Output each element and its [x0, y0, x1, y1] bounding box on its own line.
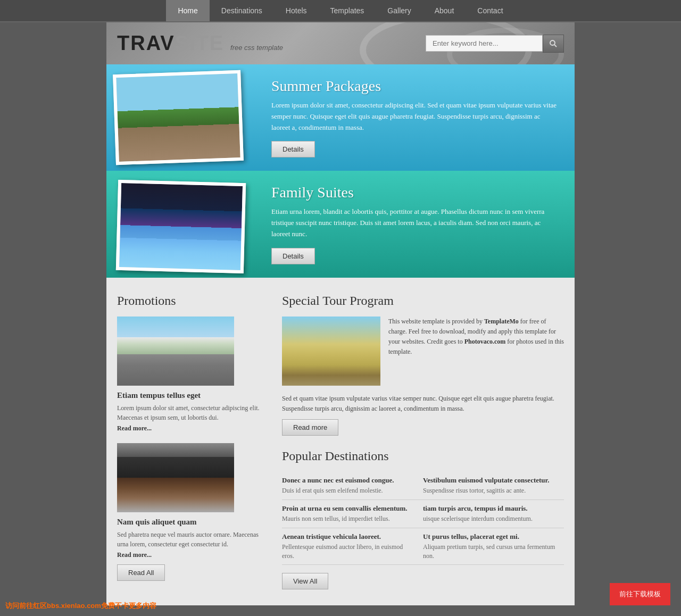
read-all-button[interactable]: Read All [117, 564, 165, 581]
search-icon [549, 39, 558, 48]
main-nav: HomeDestinationsHotelsTemplatesGalleryAb… [0, 0, 681, 22]
templatemo-link[interactable]: TemplateMo [484, 318, 519, 325]
logo-trav: TRAV [117, 32, 175, 54]
banner1-details-button[interactable]: Details [271, 141, 315, 157]
dest-item: Proin at urna eu sem convallis elementum… [282, 500, 423, 528]
dest-item-text: Suspendisse risus tortor, sagittis ac an… [423, 486, 556, 495]
dest-item-title: Donec a nunc nec est euismod congue. [282, 476, 415, 485]
island-photo [116, 73, 240, 162]
banner1-content: Summer Packages Lorem ipsum dolor sit am… [255, 64, 575, 171]
watermark: 访问前往红区bbs.xienlao.com免费不卡更多内容 [5, 601, 156, 611]
banner2-title: Family Suites [271, 184, 559, 201]
harbor-photo [119, 183, 243, 270]
tour-text2: Sed et quam vitae ipsum vulputate varius… [282, 394, 564, 414]
banner2-photo [116, 180, 246, 273]
banner1-text: Lorem ipsum dolor sit amet, consectetur … [271, 100, 559, 133]
svg-line-1 [554, 44, 557, 46]
dest-item-title: Vestibulum euismod vulputate consectetur… [423, 476, 556, 485]
search-button[interactable] [543, 35, 564, 53]
dest-item: Ut purus tellus, placerat eget mi.Aliqua… [423, 528, 564, 565]
dest-item-text: Mauris non sem tellus, id imperdiet tell… [282, 514, 415, 523]
popular-dest-title: Popular Destinations [282, 449, 564, 463]
banner2-content: Family Suites Etiam urna lorem, blandit … [255, 171, 575, 277]
read-more-button[interactable]: Read more [282, 419, 338, 436]
destinations-grid: Donec a nunc nec est euismod congue.Duis… [282, 472, 564, 565]
download-button[interactable]: 前往下载模板 [610, 583, 670, 605]
banner2-image-area [106, 171, 255, 277]
promo-item2-readmore: Read more... [117, 551, 266, 559]
logo-site: SITE [175, 32, 224, 54]
nav-item-templates[interactable]: Templates [319, 0, 376, 21]
dest-item-text: Aliquam pretium turpis, sed cursus urna … [423, 543, 556, 561]
photovaco-link[interactable]: Photovaco.com [464, 338, 506, 345]
right-column: Special Tour Program This website templa… [282, 294, 564, 590]
banner1-image-area [106, 64, 255, 171]
dest-item-text: Duis id erat quis sem eleifend molestie. [282, 486, 415, 495]
dest-item-title: Proin at urna eu sem convallis elementum… [282, 504, 415, 513]
tour-image [282, 317, 380, 386]
nav-item-destinations[interactable]: Destinations [210, 0, 274, 21]
nav-item-gallery[interactable]: Gallery [376, 0, 422, 21]
promo-divider [117, 432, 266, 443]
site-header: TRAVSITE free css template [106, 22, 575, 64]
promotions-column: Promotions Etiam tempus tellus eget Lore… [117, 294, 266, 590]
banner2-text: Etiam urna lorem, blandit ac lobortis qu… [271, 206, 559, 239]
promo-image-2 [117, 443, 234, 512]
promotions-title: Promotions [117, 294, 266, 308]
promo-item1-readmore-link[interactable]: Read more... [117, 424, 152, 432]
nav-item-about[interactable]: About [423, 0, 466, 21]
banner1-title: Summer Packages [271, 78, 559, 95]
banner-family: Family Suites Etiam urna lorem, blandit … [106, 171, 575, 277]
dest-item-title: tiam turpis arcu, tempus id mauris. [423, 504, 556, 513]
banner1-photo [113, 70, 244, 165]
dest-item: tiam turpis arcu, tempus id mauris.uisqu… [423, 500, 564, 528]
logo-area: TRAVSITE free css template [117, 32, 283, 55]
promo-item2-readmore-link[interactable]: Read more... [117, 551, 152, 559]
svg-point-0 [550, 40, 555, 45]
tour-text1: This website template is provided by Tem… [388, 317, 564, 386]
promo-item2-text: Sed pharetra neque vel mauris auctor orn… [117, 530, 266, 549]
content-section: Promotions Etiam tempus tellus eget Lore… [106, 278, 575, 606]
dest-item: Vestibulum euismod vulputate consectetur… [423, 472, 564, 500]
dest-item-title: Ut purus tellus, placerat eget mi. [423, 532, 556, 541]
promo-item1-title: Etiam tempus tellus eget [117, 391, 266, 400]
dest-item-text: uisque scelerisque interdum condimentum. [423, 514, 556, 523]
banner-summer: Summer Packages Lorem ipsum dolor sit am… [106, 64, 575, 171]
popular-destinations-section: Popular Destinations Donec a nunc nec es… [282, 449, 564, 589]
banner2-details-button[interactable]: Details [271, 248, 315, 264]
dest-item: Donec a nunc nec est euismod congue.Duis… [282, 472, 423, 500]
promo-item1-readmore: Read more... [117, 424, 266, 432]
logo-tagline: free css template [230, 44, 283, 52]
nav-item-home[interactable]: Home [166, 0, 209, 21]
search-input[interactable] [426, 35, 543, 52]
special-tour-section: Special Tour Program This website templa… [282, 294, 564, 436]
logo-text: TRAVSITE [117, 32, 224, 55]
promo-item1-text: Lorem ipsum dolor sit amet, consectetur … [117, 403, 266, 422]
promo-image-1 [117, 317, 234, 386]
view-all-button[interactable]: View All [282, 573, 328, 589]
special-tour-title: Special Tour Program [282, 294, 564, 308]
nav-item-contact[interactable]: Contact [466, 0, 514, 21]
nav-item-hotels[interactable]: Hotels [274, 0, 319, 21]
dest-item-title: Aenean tristique vehicula laoreet. [282, 532, 415, 541]
search-area [426, 35, 564, 53]
promo-item2-title: Nam quis aliquet quam [117, 518, 266, 527]
tour-content: This website template is provided by Tem… [282, 317, 564, 386]
dest-item: Aenean tristique vehicula laoreet.Pellen… [282, 528, 423, 565]
dest-item-text: Pellentesque euismod auctor libero, in e… [282, 543, 415, 561]
